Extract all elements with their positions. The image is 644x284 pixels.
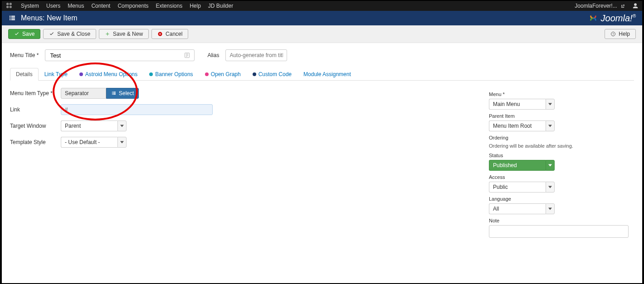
cancel-button[interactable]: Cancel	[151, 29, 188, 39]
list-icon	[111, 91, 117, 96]
tabs: Details Link Type Astroid Menu Options B…	[10, 67, 634, 81]
menu-title-input[interactable]	[49, 52, 184, 59]
link-label: Link	[10, 106, 61, 113]
topnav-menus[interactable]: Menus	[64, 3, 88, 9]
page-header: Menus: New Item Joomla!®	[2, 11, 642, 25]
link-input	[61, 104, 213, 115]
tab-module-assignment[interactable]: Module Assignment	[298, 68, 357, 81]
alias-label: Alias	[207, 52, 219, 58]
language-value: All	[489, 203, 546, 214]
user-menu[interactable]	[632, 3, 639, 9]
admin-topbar: System Users Menus Content Components Ex…	[2, 1, 642, 11]
chevron-down-icon	[117, 120, 127, 131]
joomla-icon	[5, 2, 17, 10]
content-area: Menu Title * Alias Details Link Type Ast…	[2, 43, 642, 244]
chevron-down-icon	[117, 137, 127, 148]
tab-details[interactable]: Details	[10, 68, 39, 81]
note-label: Note	[489, 218, 634, 223]
language-dropdown[interactable]: All	[489, 203, 634, 214]
tab-banner-label: Banner Options	[155, 71, 193, 77]
status-dropdown[interactable]: Published	[489, 160, 634, 171]
tab-link-type[interactable]: Link Type	[39, 68, 73, 81]
menu-dropdown[interactable]: Main Menu	[489, 99, 634, 110]
topnav-components[interactable]: Components	[114, 3, 152, 9]
help-label: Help	[619, 31, 630, 37]
check-icon	[14, 31, 20, 37]
template-style-dropdown[interactable]: - Use Default -	[61, 137, 127, 148]
action-toolbar: Save Save & Close Save & New Cancel ? He…	[2, 25, 642, 43]
form-left: Menu Item Type * Separator Select Link T…	[10, 88, 489, 238]
chevron-down-icon	[546, 99, 555, 110]
user-icon	[632, 3, 639, 9]
menu-item-type-value: Separator	[61, 88, 106, 99]
chevron-down-icon	[546, 120, 555, 131]
topnav-content[interactable]: Content	[88, 3, 114, 9]
chevron-down-icon	[546, 182, 555, 193]
language-label: Language	[489, 196, 634, 202]
status-label: Status	[489, 153, 634, 158]
site-name-label: JoomlaForever!...	[575, 3, 617, 9]
menu-title-input-wrap	[45, 49, 195, 61]
parent-item-dropdown[interactable]: Menu Item Root	[489, 120, 634, 131]
topnav-system[interactable]: System	[17, 3, 43, 9]
note-input[interactable]	[489, 225, 629, 238]
chevron-down-icon	[546, 160, 555, 171]
tab-details-label: Details	[16, 71, 33, 77]
chevron-down-icon	[546, 203, 555, 214]
dot-icon	[205, 72, 209, 76]
target-window-label: Target Window	[10, 123, 61, 129]
dot-icon	[149, 72, 153, 76]
parent-item-value: Menu Item Root	[489, 120, 546, 131]
tab-custom-code-label: Custom Code	[259, 71, 292, 77]
tab-astroid-label: Astroid Menu Options	[85, 71, 137, 77]
dot-icon	[79, 72, 83, 76]
save-label: Save	[22, 31, 34, 37]
topnav-site-link[interactable]: JoomlaForever!...	[571, 3, 629, 9]
access-value: Public	[489, 182, 546, 193]
plus-icon	[105, 31, 110, 37]
select-type-button[interactable]: Select	[106, 88, 139, 99]
svg-text:?: ?	[612, 33, 614, 36]
template-style-value: - Use Default -	[61, 137, 117, 148]
tab-link-type-label: Link Type	[44, 71, 68, 77]
menu-title-label: Menu Title *	[10, 52, 39, 58]
ordering-text: Ordering will be available after saving.	[489, 143, 573, 149]
tab-open-graph[interactable]: Open Graph	[199, 68, 247, 81]
target-window-dropdown[interactable]: Parent	[61, 120, 127, 131]
tab-banner-options[interactable]: Banner Options	[143, 68, 199, 81]
svg-point-1	[10, 3, 12, 5]
topnav-users[interactable]: Users	[43, 3, 64, 9]
dot-icon	[253, 72, 256, 76]
menu-label: Menu *	[489, 91, 634, 97]
template-style-label: Template Style	[10, 139, 61, 145]
alias-lookup-icon[interactable]	[184, 52, 190, 59]
list-icon	[8, 14, 16, 22]
svg-point-0	[6, 3, 9, 5]
svg-point-2	[6, 5, 9, 8]
save-close-button[interactable]: Save & Close	[43, 29, 96, 39]
save-new-button[interactable]: Save & New	[99, 29, 149, 39]
form-right: Menu * Main Menu Parent Item Menu Item R…	[489, 88, 634, 238]
status-value: Published	[489, 160, 546, 171]
alias-input[interactable]	[225, 49, 287, 61]
svg-point-3	[10, 5, 12, 8]
tab-astroid-menu-options[interactable]: Astroid Menu Options	[73, 68, 143, 81]
save-new-label: Save & New	[113, 31, 143, 37]
menu-value: Main Menu	[489, 99, 546, 110]
access-label: Access	[489, 174, 634, 180]
select-label: Select	[119, 90, 134, 96]
help-button[interactable]: ? Help	[605, 29, 636, 39]
topnav-jdbuilder[interactable]: JD Builder	[205, 3, 237, 9]
tab-module-assignment-label: Module Assignment	[303, 71, 351, 77]
cancel-label: Cancel	[166, 31, 182, 37]
ordering-label: Ordering	[489, 135, 634, 140]
menu-item-type-label: Menu Item Type *	[10, 90, 61, 96]
joomla-brand: Joomla!®	[588, 13, 636, 24]
save-button[interactable]: Save	[8, 29, 40, 39]
tab-custom-code[interactable]: Custom Code	[247, 68, 298, 81]
access-dropdown[interactable]: Public	[489, 182, 634, 193]
tab-open-graph-label: Open Graph	[211, 71, 241, 77]
topnav-extensions[interactable]: Extensions	[152, 3, 186, 9]
page-title: Menus: New Item	[21, 14, 77, 22]
topnav-help[interactable]: Help	[186, 3, 205, 9]
